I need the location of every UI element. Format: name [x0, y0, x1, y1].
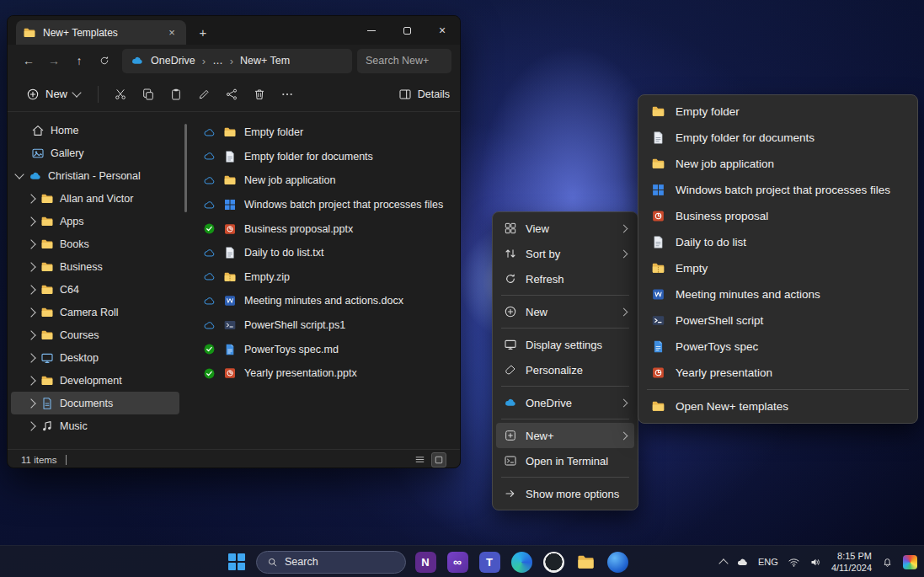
file-row[interactable]: Empty.zip — [203, 265, 460, 290]
template-item[interactable]: New job application — [642, 151, 914, 177]
refresh-button[interactable] — [92, 48, 117, 73]
breadcrumb-ellipsis[interactable]: … — [212, 55, 223, 67]
back-button[interactable]: ← — [16, 48, 41, 73]
forward-button[interactable]: → — [41, 48, 67, 73]
explorer-search-input[interactable] — [366, 55, 443, 67]
menu-item-view[interactable]: View — [496, 216, 634, 241]
chevron-right-icon[interactable] — [26, 398, 35, 408]
menu-item-personalize[interactable]: Personalize — [496, 357, 634, 382]
file-row[interactable]: Daily to do list.txt — [203, 241, 460, 265]
notifications-bell-icon[interactable] — [881, 556, 894, 569]
sidebar-item-desktop[interactable]: Desktop — [11, 346, 179, 369]
menu-item-open-in-terminal[interactable]: Open in Terminal — [496, 448, 634, 473]
menu-item-display-settings[interactable]: Display settings — [496, 332, 634, 357]
sidebar-item-folder[interactable]: Apps — [11, 210, 179, 232]
template-item[interactable]: Empty — [642, 255, 914, 281]
chevron-right-icon[interactable] — [26, 262, 35, 271]
file-row[interactable]: PowerShell script.ps1 — [203, 313, 460, 338]
rename-button[interactable] — [191, 82, 216, 107]
breadcrumb-root[interactable]: OneDrive — [151, 55, 195, 67]
taskbar-app-github[interactable] — [541, 549, 566, 574]
sidebar-item-folder[interactable]: Camera Roll — [11, 301, 179, 323]
taskbar-app-teams[interactable]: T — [477, 549, 502, 574]
template-item[interactable]: Yearly presentation — [642, 360, 914, 386]
breadcrumb-current[interactable]: New+ Tem — [240, 55, 290, 67]
menu-item-newplus[interactable]: New+ — [496, 423, 634, 448]
file-row[interactable]: Meeting minutes and actions.docx — [203, 289, 460, 313]
onedrive-tray-icon[interactable] — [736, 556, 749, 569]
file-row[interactable]: Yearly presentation.pptx — [203, 361, 460, 386]
template-item[interactable]: Business proposal — [642, 203, 914, 229]
template-item[interactable]: Meeting minutes and actions — [642, 281, 914, 307]
sidebar-item-onedrive[interactable]: Christian - Personal — [11, 164, 179, 187]
tray-expand-icon[interactable] — [718, 558, 728, 568]
sidebar-item-documents[interactable]: Documents — [11, 392, 179, 414]
template-item[interactable]: PowerShell script — [642, 307, 914, 334]
explorer-tab[interactable]: New+ Templates × — [16, 20, 186, 45]
sidebar-item-music[interactable]: Music — [11, 414, 179, 437]
taskbar-search[interactable]: Search — [256, 551, 406, 574]
sidebar-item-folder[interactable]: Business — [11, 255, 179, 278]
file-row[interactable]: Windows batch project that processes fil… — [203, 193, 460, 217]
large-icons-view-button[interactable] — [431, 452, 446, 467]
tray-app-icon[interactable] — [903, 555, 917, 569]
taskbar-app-visual-studio[interactable]: ∞ — [445, 549, 470, 574]
chevron-right-icon[interactable] — [26, 353, 35, 362]
sidebar-item-folder[interactable]: Books — [11, 232, 179, 255]
file-row[interactable]: Empty folder — [203, 120, 460, 145]
template-item[interactable]: PowerToys spec — [642, 334, 914, 360]
menu-item-sort-by[interactable]: Sort by — [496, 241, 634, 266]
menu-item-refresh[interactable]: Refresh — [496, 266, 634, 291]
chevron-right-icon[interactable] — [26, 216, 35, 226]
template-item[interactable]: Empty folder for documents — [642, 125, 914, 151]
chevron-right-icon[interactable] — [26, 330, 35, 339]
sidebar-item-home[interactable]: Home — [11, 119, 179, 142]
file-row[interactable]: PowerToys spec.md — [203, 337, 460, 361]
delete-button[interactable] — [247, 82, 272, 107]
cut-button[interactable] — [108, 82, 133, 107]
file-row[interactable]: Empty folder for documents — [203, 145, 460, 169]
template-item[interactable]: Windows batch project that processes fil… — [642, 177, 914, 203]
minimize-button[interactable] — [354, 16, 389, 45]
maximize-button[interactable] — [389, 16, 425, 45]
sidebar-item-folder[interactable]: Development — [11, 369, 179, 392]
tab-close-icon[interactable]: × — [164, 25, 179, 40]
copy-button[interactable] — [136, 82, 161, 107]
sidebar-item-gallery[interactable]: Gallery — [11, 142, 179, 164]
more-options-button[interactable] — [275, 82, 300, 107]
close-button[interactable]: × — [425, 16, 460, 45]
up-button[interactable]: ↑ — [67, 48, 92, 73]
open-newplus-templates[interactable]: Open New+ templates — [642, 393, 914, 419]
chevron-right-icon[interactable] — [26, 194, 35, 203]
taskbar-app-file-explorer[interactable] — [573, 549, 598, 574]
menu-item-show-more-options[interactable]: Show more options — [496, 481, 634, 506]
file-row[interactable]: New job application — [203, 168, 460, 193]
chevron-right-icon[interactable] — [26, 307, 35, 317]
taskbar-app[interactable] — [605, 549, 630, 574]
template-item[interactable]: Empty folder — [642, 99, 914, 125]
start-button[interactable] — [224, 549, 249, 574]
sidebar-scrollbar[interactable] — [184, 124, 187, 212]
chevron-right-icon[interactable] — [26, 421, 35, 430]
sidebar-item-folder[interactable]: C64 — [11, 278, 179, 301]
sidebar-item-folder[interactable]: Allan and Victor — [11, 187, 179, 210]
taskbar-app-onenote[interactable]: N — [413, 549, 438, 574]
clock[interactable]: 8:15 PM 4/11/2024 — [831, 550, 872, 574]
share-button[interactable] — [219, 82, 244, 107]
chevron-right-icon[interactable] — [26, 285, 35, 294]
new-button[interactable]: New — [18, 82, 88, 107]
new-tab-button[interactable]: + — [193, 22, 213, 42]
wifi-icon[interactable] — [788, 556, 800, 569]
breadcrumb[interactable]: OneDrive › … › New+ Tem — [122, 49, 352, 73]
language-indicator[interactable]: ENG — [758, 557, 778, 567]
details-button[interactable]: Details — [398, 88, 450, 101]
list-view-button[interactable] — [412, 452, 427, 467]
paste-button[interactable] — [163, 82, 189, 107]
chevron-right-icon[interactable] — [26, 376, 35, 385]
file-row[interactable]: Business proposal.pptx — [203, 216, 460, 241]
menu-item-new[interactable]: New — [496, 299, 634, 324]
taskbar-app-edge[interactable] — [509, 549, 534, 574]
menu-item-onedrive[interactable]: OneDrive — [496, 390, 634, 415]
titlebar[interactable]: New+ Templates × + × — [8, 16, 460, 45]
explorer-search[interactable] — [357, 49, 451, 73]
